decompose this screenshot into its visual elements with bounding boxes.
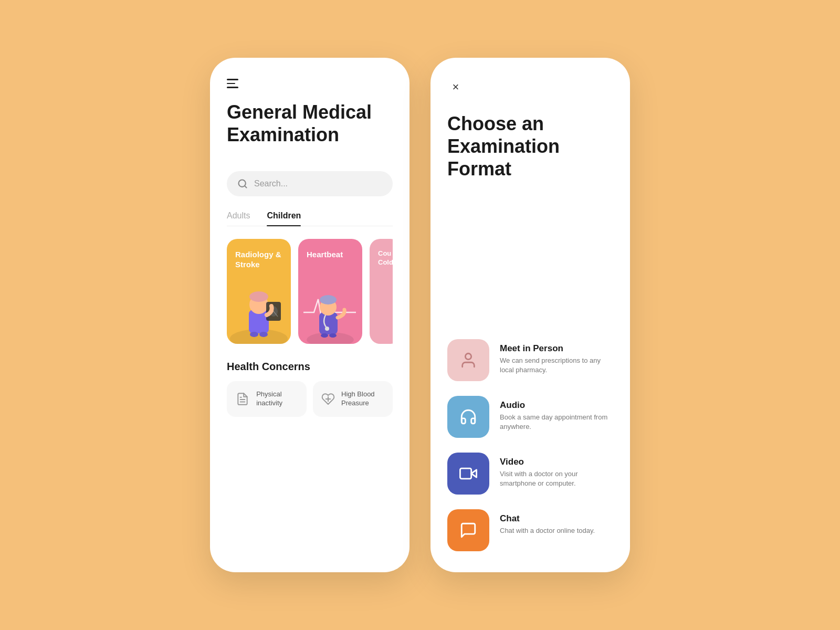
chat-icon-box xyxy=(447,509,489,551)
audio-icon-box xyxy=(447,396,489,438)
concerns-row: Physical inactivity High Blood Preasure xyxy=(227,381,393,417)
person-text: Meet in Person We can send prescriptions… xyxy=(500,339,613,375)
search-input[interactable]: Search... xyxy=(254,179,382,188)
search-icon xyxy=(237,178,248,189)
person-desc: We can send prescriptions to any local p… xyxy=(500,356,613,375)
search-bar[interactable]: Search... xyxy=(227,171,393,196)
tabs-row: Adults Children xyxy=(227,211,393,226)
video-icon-box xyxy=(447,453,489,495)
svg-point-15 xyxy=(325,327,329,331)
tab-adults[interactable]: Adults xyxy=(227,211,250,226)
person-icon xyxy=(459,351,477,369)
inactivity-icon xyxy=(235,390,250,408)
concern-inactivity[interactable]: Physical inactivity xyxy=(227,381,307,417)
blood-icon xyxy=(321,390,335,408)
video-icon xyxy=(459,465,477,482)
svg-marker-23 xyxy=(471,470,477,477)
exam-cards-row: Radiology & Stroke xyxy=(227,239,393,344)
svg-point-10 xyxy=(259,332,268,337)
svg-point-9 xyxy=(250,332,258,337)
audio-name: Audio xyxy=(500,400,613,411)
right-phone: × Choose an Examination Format Meet in P… xyxy=(430,58,630,572)
health-concerns-title: Health Concerns xyxy=(227,361,393,373)
card-cough-title: Cou­Cold xyxy=(378,249,393,267)
close-button[interactable]: × xyxy=(447,79,464,96)
right-title: Choose an Examination Format xyxy=(447,112,613,181)
page-title: General Medical Examination xyxy=(227,101,393,146)
audio-desc: Book a same day appointment from anywher… xyxy=(500,413,613,432)
format-chat[interactable]: Chat Chat with a doctor online today. xyxy=(447,509,613,551)
card-heartbeat[interactable]: Heartbeat xyxy=(298,239,362,344)
tab-children[interactable]: Children xyxy=(267,211,301,226)
concern-blood[interactable]: High Blood Preasure xyxy=(313,381,393,417)
video-text: Video Visit with a doctor on your smartp… xyxy=(500,453,613,488)
card-radiology-title: Radiology & Stroke xyxy=(235,249,282,270)
blood-label: High Blood Preasure xyxy=(341,390,384,408)
headphones-icon xyxy=(459,408,477,426)
person-icon-box xyxy=(447,339,489,381)
menu-icon[interactable] xyxy=(227,79,393,88)
card-radiology[interactable]: Radiology & Stroke xyxy=(227,239,291,344)
chat-name: Chat xyxy=(500,513,595,524)
svg-line-1 xyxy=(245,186,247,188)
inactivity-label: Physical inactivity xyxy=(256,390,298,408)
format-person[interactable]: Meet in Person We can send prescriptions… xyxy=(447,339,613,381)
card-heartbeat-title: Heartbeat xyxy=(307,249,354,260)
chat-text: Chat Chat with a doctor online today. xyxy=(500,509,595,536)
svg-point-5 xyxy=(249,291,268,302)
svg-rect-24 xyxy=(460,468,471,479)
chat-desc: Chat with a doctor online today. xyxy=(500,526,595,536)
svg-point-17 xyxy=(329,333,337,338)
card-cough[interactable]: Cou­Cold xyxy=(370,239,393,344)
radiology-illustration xyxy=(227,281,291,344)
heartbeat-illustration xyxy=(298,281,362,344)
format-video[interactable]: Video Visit with a doctor on your smartp… xyxy=(447,453,613,495)
svg-point-16 xyxy=(321,333,328,338)
svg-point-14 xyxy=(320,295,337,304)
video-desc: Visit with a doctor on your smartphone o… xyxy=(500,469,613,488)
svg-rect-12 xyxy=(319,312,338,334)
svg-point-22 xyxy=(465,353,471,359)
video-name: Video xyxy=(500,457,613,467)
audio-text: Audio Book a same day appointment from a… xyxy=(500,396,613,432)
person-name: Meet in Person xyxy=(500,343,613,354)
chat-icon xyxy=(459,521,477,539)
format-options: Meet in Person We can send prescriptions… xyxy=(447,339,613,551)
left-phone: General Medical Examination Search... Ad… xyxy=(210,58,410,572)
format-audio[interactable]: Audio Book a same day appointment from a… xyxy=(447,396,613,438)
